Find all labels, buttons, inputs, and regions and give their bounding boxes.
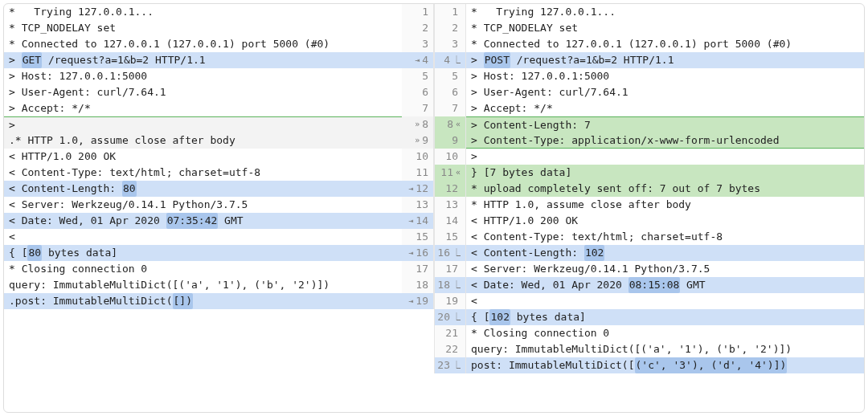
diff-line-content[interactable]: query: ImmutableMultiDict([('a', '1'), (… <box>4 277 402 293</box>
diff-row[interactable]: »9.* HTTP 1.0, assume close after body <box>4 133 434 149</box>
diff-row[interactable]: 3* Connected to 127.0.0.1 (127.0.0.1) po… <box>434 36 864 52</box>
diff-row[interactable]: 7> Accept: */* <box>4 100 434 116</box>
diff-row[interactable]: 9> Content-Type: application/x-www-form-… <box>434 133 864 149</box>
diff-row[interactable]: 13< Server: Werkzeug/0.14.1 Python/3.7.5 <box>4 197 434 213</box>
diff-line-content[interactable]: .post: ImmutableMultiDict([]) <box>4 293 402 309</box>
diff-row[interactable]: 16⎿< Content-Length: 102 <box>434 245 864 261</box>
diff-line-content[interactable]: > Host: 127.0.0.1:5000 <box>466 68 864 84</box>
diff-line-content[interactable]: > Content-Length: 7 <box>466 116 864 133</box>
diff-line-content[interactable]: > <box>4 116 402 133</box>
diff-line-content[interactable]: * TCP_NODELAY set <box>4 20 402 36</box>
diff-line-content[interactable]: .* HTTP 1.0, assume close after body <box>4 133 402 149</box>
diff-row[interactable]: 21* Closing connection 0 <box>434 325 864 341</box>
diff-row[interactable]: ⇥12< Content-Length: 80 <box>4 181 434 197</box>
diff-row[interactable]: 18⎿< Date: Wed, 01 Apr 2020 08:15:08 GMT <box>434 277 864 293</box>
diff-row[interactable]: 5> Host: 127.0.0.1:5000 <box>434 68 864 84</box>
line-number: 14 <box>416 213 428 229</box>
diff-row[interactable]: 6> User-Agent: curl/7.64.1 <box>4 84 434 100</box>
line-number-gutter: 12 <box>434 181 466 197</box>
diff-row[interactable]: 22query: ImmutableMultiDict([('a', '1'),… <box>434 341 864 357</box>
line-number: 3 <box>452 36 458 52</box>
diff-row[interactable]: 6> User-Agent: curl/7.64.1 <box>434 84 864 100</box>
diff-row[interactable]: 15< Content-Type: text/html; charset=utf… <box>434 229 864 245</box>
diff-row[interactable]: 11«} [7 bytes data] <box>434 165 864 181</box>
diff-line-content[interactable]: < Content-Length: 102 <box>466 245 864 261</box>
diff-row[interactable]: 3* Connected to 127.0.0.1 (127.0.0.1) po… <box>4 36 434 52</box>
diff-line-content[interactable]: * Trying 127.0.0.1... <box>4 4 402 20</box>
diff-line-content[interactable]: > User-Agent: curl/7.64.1 <box>4 84 402 100</box>
diff-line-content[interactable]: < Date: Wed, 01 Apr 2020 08:15:08 GMT <box>466 277 864 293</box>
diff-line-content[interactable]: < HTTP/1.0 200 OK <box>466 213 864 229</box>
diff-line-content[interactable]: < Content-Type: text/html; charset=utf-8 <box>4 165 402 181</box>
diff-line-content[interactable]: > User-Agent: curl/7.64.1 <box>466 84 864 100</box>
diff-line-content[interactable]: } [7 bytes data] <box>466 165 864 181</box>
diff-row[interactable]: 23⎿post: ImmutableMultiDict([('c', '3'),… <box>434 357 864 373</box>
diff-line-content[interactable]: * TCP_NODELAY set <box>466 20 864 36</box>
diff-row[interactable]: 13* HTTP 1.0, assume close after body <box>434 197 864 213</box>
diff-line-content[interactable]: < <box>466 293 864 309</box>
diff-row[interactable]: »8> <box>4 116 434 133</box>
diff-row[interactable]: 12* upload completely sent off: 7 out of… <box>434 181 864 197</box>
diff-row[interactable]: ⇥14< Date: Wed, 01 Apr 2020 07:35:42 GMT <box>4 213 434 229</box>
line-number: 19 <box>445 293 458 309</box>
diff-line-content[interactable]: * upload completely sent off: 7 out of 7… <box>466 181 864 197</box>
diff-line-content[interactable]: > Content-Type: application/x-www-form-u… <box>466 133 864 149</box>
diff-line-content[interactable]: { [80 bytes data] <box>4 245 402 261</box>
diff-line-content[interactable]: query: ImmutableMultiDict([('a', '1'), (… <box>466 341 864 357</box>
diff-row[interactable]: 8«> Content-Length: 7 <box>434 116 864 133</box>
line-number-gutter: 9 <box>434 133 466 149</box>
word-diff-highlight: 102 <box>489 309 510 325</box>
diff-line-content[interactable]: * Closing connection 0 <box>466 325 864 341</box>
diff-row[interactable]: 11< Content-Type: text/html; charset=utf… <box>4 165 434 181</box>
diff-row[interactable]: 19< <box>434 293 864 309</box>
diff-row[interactable]: 1* Trying 127.0.0.1... <box>4 4 434 20</box>
diff-row[interactable]: ⇥16{ [80 bytes data] <box>4 245 434 261</box>
line-number: 7 <box>452 100 458 116</box>
diff-line-content[interactable]: > POST /request?a=1&b=2 HTTP/1.1 <box>466 52 864 68</box>
diff-line-content[interactable]: > Accept: */* <box>4 100 402 116</box>
line-number: 10 <box>445 149 458 165</box>
diff-line-content[interactable]: * Trying 127.0.0.1... <box>466 4 864 20</box>
line-number-gutter: 14 <box>434 213 466 229</box>
diff-line-content[interactable]: < <box>4 229 402 245</box>
diff-line-content[interactable]: * HTTP 1.0, assume close after body <box>466 197 864 213</box>
diff-line-content[interactable]: < Server: Werkzeug/0.14.1 Python/3.7.5 <box>4 197 402 213</box>
line-number: 10 <box>416 149 428 165</box>
diff-row[interactable]: 2* TCP_NODELAY set <box>434 20 864 36</box>
diff-row[interactable]: ⇥4> GET /request?a=1&b=2 HTTP/1.1 <box>4 52 434 68</box>
diff-row[interactable]: 5> Host: 127.0.0.1:5000 <box>4 68 434 84</box>
diff-row[interactable]: 17< Server: Werkzeug/0.14.1 Python/3.7.5 <box>434 261 864 277</box>
diff-row[interactable]: 10> <box>434 149 864 165</box>
diff-line-content[interactable]: < Content-Length: 80 <box>4 181 402 197</box>
diff-line-content[interactable]: post: ImmutableMultiDict([('c', '3'), ('… <box>466 357 864 373</box>
diff-row[interactable]: 15< <box>4 229 434 245</box>
diff-line-content[interactable]: > Accept: */* <box>466 100 864 116</box>
diff-row[interactable]: ⇥19.post: ImmutableMultiDict([]) <box>4 293 434 309</box>
diff-marker-icon: ⎿ <box>452 357 461 373</box>
line-number: 2 <box>422 20 428 36</box>
diff-line-content[interactable]: > Host: 127.0.0.1:5000 <box>4 68 402 84</box>
diff-row[interactable]: 14< HTTP/1.0 200 OK <box>434 213 864 229</box>
diff-line-content[interactable]: * Connected to 127.0.0.1 (127.0.0.1) por… <box>4 36 402 52</box>
diff-line-content[interactable]: * Connected to 127.0.0.1 (127.0.0.1) por… <box>466 36 864 52</box>
line-number: 6 <box>452 84 458 100</box>
diff-row[interactable]: 18query: ImmutableMultiDict([('a', '1'),… <box>4 277 434 293</box>
diff-line-content[interactable]: < Date: Wed, 01 Apr 2020 07:35:42 GMT <box>4 213 402 229</box>
line-number: 21 <box>445 325 458 341</box>
diff-line-content[interactable]: > <box>466 149 864 165</box>
diff-line-content[interactable]: > GET /request?a=1&b=2 HTTP/1.1 <box>4 52 402 68</box>
diff-line-content[interactable]: < Content-Type: text/html; charset=utf-8 <box>466 229 864 245</box>
diff-row[interactable]: 20⎿{ [102 bytes data] <box>434 309 864 325</box>
diff-line-content[interactable]: < HTTP/1.0 200 OK <box>4 149 402 165</box>
diff-row[interactable]: 1* Trying 127.0.0.1... <box>434 4 864 20</box>
diff-row[interactable]: 7> Accept: */* <box>434 100 864 116</box>
diff-row[interactable]: 2* TCP_NODELAY set <box>4 20 434 36</box>
diff-line-content[interactable]: { [102 bytes data] <box>466 309 864 325</box>
diff-row[interactable]: 17* Closing connection 0 <box>4 261 434 277</box>
diff-line-content[interactable]: < Server: Werkzeug/0.14.1 Python/3.7.5 <box>466 261 864 277</box>
diff-row[interactable]: 10< HTTP/1.0 200 OK <box>4 149 434 165</box>
line-number-gutter: 17 <box>402 261 434 277</box>
diff-line-content[interactable]: * Closing connection 0 <box>4 261 402 277</box>
diff-marker-icon: ⇥ <box>408 181 413 197</box>
diff-row[interactable]: 4⎿> POST /request?a=1&b=2 HTTP/1.1 <box>434 52 864 68</box>
